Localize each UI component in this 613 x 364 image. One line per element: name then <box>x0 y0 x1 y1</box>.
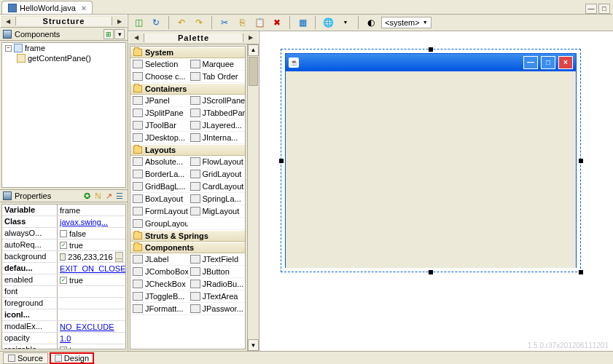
property-value[interactable] <box>58 286 125 297</box>
copy-button[interactable]: ⎘ <box>235 15 249 30</box>
property-row[interactable]: enabled✓true <box>2 274 125 286</box>
scroll-thumb[interactable] <box>249 57 258 86</box>
resize-handle-n[interactable] <box>429 47 433 52</box>
palette-item[interactable]: JPanel <box>130 95 188 107</box>
design-canvas[interactable]: ☕ — □ × 1.5.0.r37x201206111201 <box>259 31 613 351</box>
palette-item[interactable]: Absolute... <box>130 156 188 168</box>
scroll-down-button[interactable]: ▼ <box>248 339 259 351</box>
prop-goto-button[interactable]: ↗ <box>104 191 114 201</box>
palette-item[interactable]: BorderLa... <box>130 168 188 181</box>
undo-button[interactable]: ↶ <box>174 15 189 30</box>
palette-item[interactable]: SpringLa... <box>188 193 246 205</box>
checkbox-icon[interactable]: ✓ <box>60 242 67 249</box>
prop-advanced-button[interactable]: ✪ <box>82 191 92 201</box>
collapse-right-icon[interactable]: ▶ <box>115 17 124 25</box>
property-value[interactable]: ✓true <box>58 274 125 285</box>
checkbox-icon[interactable]: ✓ <box>60 277 67 284</box>
collapse-left-icon[interactable]: ◀ <box>132 33 141 42</box>
property-row[interactable]: background236,233,216… <box>2 251 125 263</box>
properties-table[interactable]: VariableframeClassjavax.swing...alwaysO.… <box>1 204 126 349</box>
component-tree[interactable]: − frame getContentPane() <box>1 42 126 188</box>
palette-item[interactable]: JCheckBox <box>130 278 188 290</box>
property-value[interactable]: frame <box>58 205 125 215</box>
palette-item[interactable]: GridBagL... <box>130 181 188 193</box>
palette-item[interactable]: JTextField <box>188 253 246 266</box>
property-row[interactable]: foreground <box>2 298 125 309</box>
maximize-view-button[interactable]: □ <box>598 4 610 14</box>
palette-category[interactable]: Containers <box>130 83 245 95</box>
palette-item[interactable]: JSplitPane <box>130 107 188 119</box>
tree-toggle-icon[interactable]: − <box>5 45 12 52</box>
palette-category[interactable]: Components <box>130 242 245 253</box>
palette-item[interactable]: JScrollPane <box>188 95 246 107</box>
resize-handle-se[interactable] <box>579 270 583 274</box>
palette-item[interactable]: Selection <box>130 58 188 71</box>
resize-handle-w[interactable] <box>279 159 284 163</box>
property-row[interactable]: iconI... <box>2 309 125 321</box>
palette-item[interactable]: JInterna... <box>188 132 246 144</box>
scroll-up-button[interactable]: ▲ <box>248 44 259 56</box>
palette-item[interactable]: JToolBar <box>130 119 188 132</box>
property-value[interactable]: NO_EXCLUDE <box>58 321 125 332</box>
external-preview-button[interactable]: ◫ <box>131 15 146 30</box>
frame-close-button[interactable]: × <box>558 56 573 69</box>
resize-handle-e[interactable] <box>579 159 583 163</box>
palette-item[interactable]: JTextArea <box>188 290 246 303</box>
property-value[interactable]: javax.swing... <box>58 216 125 227</box>
palette-item[interactable]: FlowLayout <box>188 156 246 168</box>
paste-button[interactable]: 📋 <box>252 15 267 30</box>
property-row[interactable]: Variableframe <box>2 205 125 216</box>
ellipsis-button[interactable]: … <box>115 252 124 262</box>
globe-button[interactable]: 🌐 <box>321 15 335 30</box>
palette-item[interactable]: JComboBox <box>130 266 188 278</box>
palette-item[interactable]: MigLayout <box>188 205 246 218</box>
prop-events-button[interactable]: ℕ <box>93 191 103 201</box>
laf-selector[interactable]: <system> ▼ <box>381 17 432 28</box>
tree-child[interactable]: getContentPane() <box>2 53 125 63</box>
property-value[interactable]: EXIT_ON_CLOSE <box>58 263 125 274</box>
palette-item[interactable]: JFormatt... <box>130 303 188 315</box>
palette-category[interactable]: Layouts <box>130 144 245 156</box>
palette-item[interactable]: FormLayout <box>130 205 188 218</box>
palette-item[interactable]: JLabel <box>130 253 188 266</box>
property-value[interactable]: ✓true <box>58 344 125 349</box>
cut-button[interactable]: ✂ <box>217 15 232 30</box>
property-value[interactable] <box>58 309 125 320</box>
palette-item[interactable]: BoxLayout <box>130 193 188 205</box>
property-row[interactable]: alwaysO...false <box>2 228 125 240</box>
file-tab[interactable]: HelloWorld.java × <box>1 1 93 14</box>
collapse-right-icon[interactable]: ▶ <box>246 33 255 42</box>
property-value[interactable]: false <box>58 228 125 239</box>
property-value[interactable]: 1.0 <box>58 333 125 344</box>
palette-item[interactable]: JButton <box>188 266 246 278</box>
menu-button[interactable]: ▾ <box>114 29 125 39</box>
palette-item[interactable]: GroupLayout <box>130 218 188 230</box>
palette-item[interactable]: JToggleB... <box>130 290 188 303</box>
palette-item[interactable]: JPasswor... <box>188 303 246 315</box>
palette-category[interactable]: System <box>130 47 245 58</box>
palette-item[interactable]: JRadioBu... <box>188 278 246 290</box>
refresh-button[interactable]: ↻ <box>149 15 163 30</box>
tab-design[interactable]: Design <box>50 352 94 364</box>
frame-minimize-button[interactable]: — <box>523 56 538 69</box>
delete-button[interactable]: ✖ <box>270 15 284 30</box>
checkbox-icon[interactable] <box>60 230 67 237</box>
frame-content-pane[interactable] <box>286 71 576 268</box>
property-row[interactable]: autoReq...✓true <box>2 240 125 251</box>
palette-item[interactable]: JLayered... <box>188 119 246 132</box>
close-icon[interactable]: × <box>82 4 86 12</box>
tree-root[interactable]: − frame <box>2 43 125 53</box>
property-row[interactable]: opacity1.0 <box>2 333 125 344</box>
resize-handle-s[interactable] <box>429 270 433 274</box>
palette-list[interactable]: SystemSelectionMarqueeChoose c...Tab Ord… <box>130 46 246 349</box>
palette-item[interactable]: JTabbedPane <box>188 107 246 119</box>
palette-item[interactable]: Tab Order <box>188 71 246 83</box>
redo-button[interactable]: ↷ <box>192 15 206 30</box>
globe-dropdown[interactable]: ▼ <box>338 15 353 30</box>
frame-maximize-button[interactable]: □ <box>541 56 555 69</box>
prop-filter-button[interactable]: ☰ <box>114 191 125 201</box>
palette-item[interactable]: GridLayout <box>188 168 246 181</box>
expand-button[interactable]: ⊞ <box>104 29 114 39</box>
palette-scrollbar[interactable]: ▲ ▼ <box>247 44 259 351</box>
minimize-view-button[interactable]: — <box>585 4 597 14</box>
